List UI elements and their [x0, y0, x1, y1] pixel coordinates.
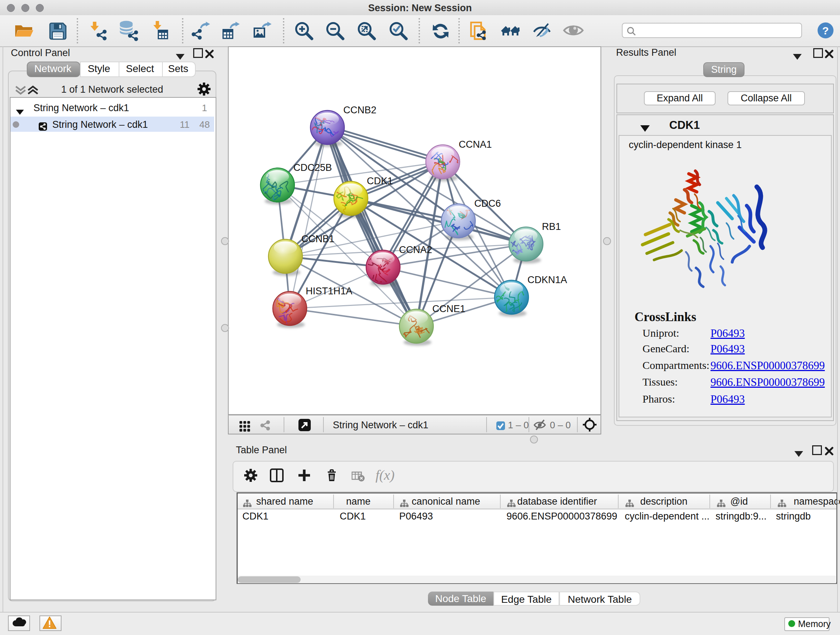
svg-text:CDK1: CDK1 [367, 176, 393, 187]
svg-text:?: ? [822, 25, 829, 36]
svg-text:CCNB2: CCNB2 [343, 105, 377, 116]
svg-text:CDC6: CDC6 [474, 198, 501, 209]
svg-text:CCNA1: CCNA1 [459, 139, 492, 150]
svg-text:CCNE1: CCNE1 [432, 303, 466, 314]
svg-text:CCNB1: CCNB1 [302, 233, 335, 244]
svg-text:RB1: RB1 [542, 221, 561, 232]
svg-text:HIST1H1A: HIST1H1A [306, 286, 352, 296]
svg-text:CDKN1A: CDKN1A [527, 274, 567, 285]
svg-text:CDC25B: CDC25B [294, 162, 332, 173]
svg-text:CCNA2: CCNA2 [399, 244, 432, 255]
